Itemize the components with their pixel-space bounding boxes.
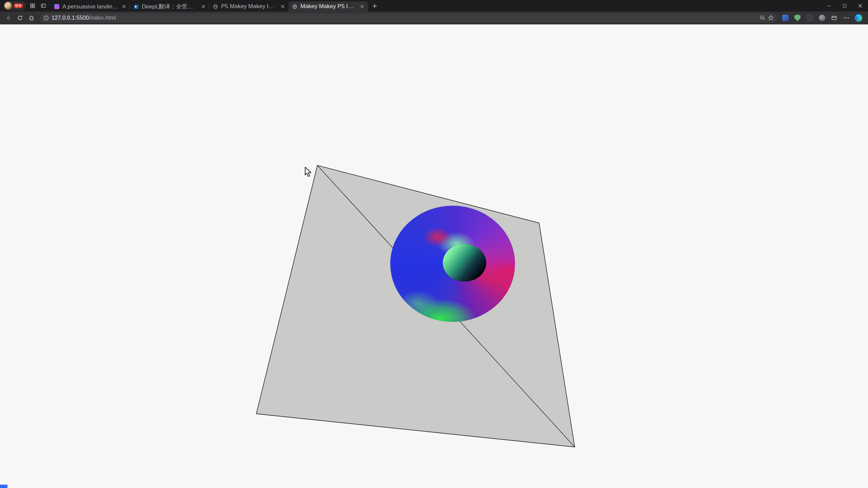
bottom-left-blue-artifact xyxy=(0,485,7,488)
mouse-cursor-icon xyxy=(304,167,313,177)
window-controls xyxy=(821,0,868,12)
close-button[interactable] xyxy=(852,0,868,12)
favorite-star-icon[interactable] xyxy=(768,15,774,21)
minimize-icon xyxy=(827,6,831,6)
tab-list: A persuasive landing page-演示文稿 DeepL翻译：全… xyxy=(51,0,368,12)
new-tab-button[interactable] xyxy=(370,1,379,11)
tab-title: A persuasive landing page-演示文稿 xyxy=(62,3,118,11)
workspaces-icon[interactable] xyxy=(28,1,37,10)
tab1-close-icon[interactable] xyxy=(121,3,127,9)
collections-icon[interactable] xyxy=(829,13,839,23)
minimize-button[interactable] xyxy=(821,0,837,12)
address-bar[interactable]: 127.0.0.1:5500/index.html xyxy=(40,13,777,23)
tab-makey-p5-interface-active[interactable]: Makey Makey P5 Interface xyxy=(289,1,368,12)
torus-hole xyxy=(443,244,486,282)
maximize-button[interactable] xyxy=(837,0,852,12)
refresh-button[interactable] xyxy=(15,13,25,23)
browser-tab-strip: 登录 A persuasive landing page-演示文稿 DeepL翻… xyxy=(0,0,868,12)
tab-title: DeepL翻译：全世界最准确的翻译 xyxy=(142,3,198,11)
profile-avatar xyxy=(4,2,12,9)
browser-profile-button[interactable]: 登录 xyxy=(3,1,26,11)
profile-orb-icon[interactable] xyxy=(854,13,863,23)
tab3-globe-favicon-icon xyxy=(213,4,218,9)
tab-title: P5 Makey Makey Interaction xyxy=(221,3,277,10)
tab4-globe-favicon-icon xyxy=(292,4,298,9)
site-info-icon[interactable] xyxy=(43,15,49,21)
url-path: /index.html xyxy=(89,15,116,21)
back-button[interactable] xyxy=(3,13,14,23)
url-text: 127.0.0.1:5500/index.html xyxy=(52,15,116,21)
browser-toolbar: 127.0.0.1:5500/index.html xyxy=(0,12,868,24)
extension-circle-icon[interactable] xyxy=(817,13,827,23)
tab-deepl[interactable]: DeepL翻译：全世界最准确的翻译 xyxy=(130,1,209,12)
tab-actions-icon[interactable] xyxy=(39,1,48,10)
tab2-close-icon[interactable] xyxy=(200,3,206,9)
translate-extension-icon[interactable] xyxy=(781,13,790,23)
more-menu-icon[interactable] xyxy=(842,13,851,23)
extensions-row xyxy=(781,13,865,23)
url-host: 127.0.0.1:5500 xyxy=(52,15,89,21)
tab4-close-icon[interactable] xyxy=(359,3,365,9)
home-button[interactable] xyxy=(26,13,37,23)
zoom-icon[interactable] xyxy=(760,15,765,21)
dark-mode-extension-icon[interactable] xyxy=(805,13,814,23)
tab-strip-left-controls: 登录 xyxy=(0,0,48,12)
tab-landing-page[interactable]: A persuasive landing page-演示文稿 xyxy=(51,1,130,12)
maximize-icon xyxy=(843,4,846,7)
adguard-shield-icon[interactable] xyxy=(793,13,802,23)
page-viewport[interactable] xyxy=(0,25,868,488)
tab-p5-makey-interaction[interactable]: P5 Makey Makey Interaction xyxy=(209,1,289,12)
tab1-favicon-icon xyxy=(54,4,60,9)
tab3-close-icon[interactable] xyxy=(280,3,286,9)
tab-title: Makey Makey P5 Interface xyxy=(300,3,356,10)
tab2-favicon-icon xyxy=(133,4,139,9)
close-icon xyxy=(858,4,862,8)
signin-badge: 登录 xyxy=(14,3,23,8)
